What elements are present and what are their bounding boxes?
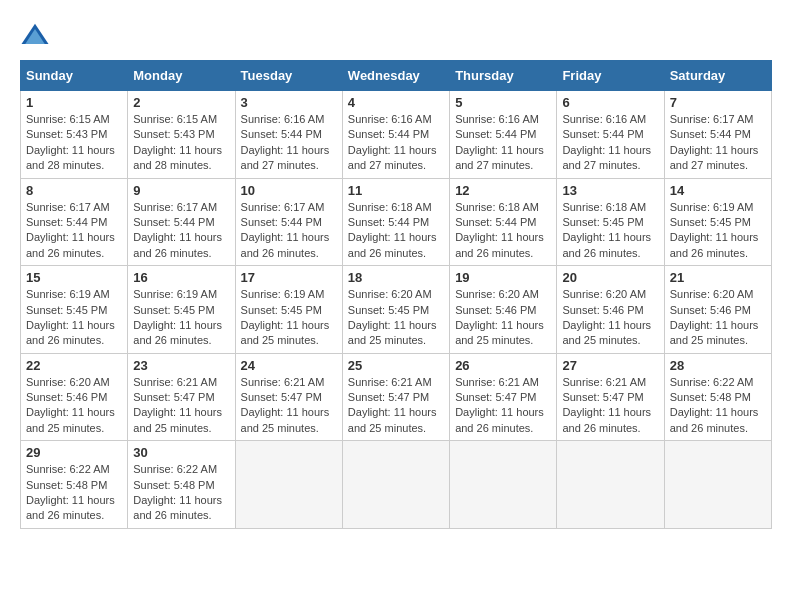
- daylight-label: Daylight: 11 hours and 26 minutes.: [133, 494, 222, 521]
- day-number: 8: [26, 183, 122, 198]
- calendar-cell: 27 Sunrise: 6:21 AM Sunset: 5:47 PM Dayl…: [557, 353, 664, 441]
- day-info: Sunrise: 6:16 AM Sunset: 5:44 PM Dayligh…: [455, 112, 551, 174]
- sunset-label: Sunset: 5:44 PM: [455, 128, 536, 140]
- calendar-cell: 1 Sunrise: 6:15 AM Sunset: 5:43 PM Dayli…: [21, 91, 128, 179]
- daylight-label: Daylight: 11 hours and 26 minutes.: [348, 231, 437, 258]
- daylight-label: Daylight: 11 hours and 26 minutes.: [455, 406, 544, 433]
- calendar-cell: 25 Sunrise: 6:21 AM Sunset: 5:47 PM Dayl…: [342, 353, 449, 441]
- day-number: 28: [670, 358, 766, 373]
- calendar-cell: 18 Sunrise: 6:20 AM Sunset: 5:45 PM Dayl…: [342, 266, 449, 354]
- daylight-label: Daylight: 11 hours and 27 minutes.: [241, 144, 330, 171]
- calendar-week-row: 22 Sunrise: 6:20 AM Sunset: 5:46 PM Dayl…: [21, 353, 772, 441]
- sunrise-label: Sunrise: 6:16 AM: [348, 113, 432, 125]
- calendar-cell: 26 Sunrise: 6:21 AM Sunset: 5:47 PM Dayl…: [450, 353, 557, 441]
- sunset-label: Sunset: 5:45 PM: [670, 216, 751, 228]
- sunrise-label: Sunrise: 6:20 AM: [455, 288, 539, 300]
- calendar-week-row: 29 Sunrise: 6:22 AM Sunset: 5:48 PM Dayl…: [21, 441, 772, 529]
- day-info: Sunrise: 6:19 AM Sunset: 5:45 PM Dayligh…: [133, 287, 229, 349]
- sunrise-label: Sunrise: 6:15 AM: [26, 113, 110, 125]
- day-number: 22: [26, 358, 122, 373]
- daylight-label: Daylight: 11 hours and 25 minutes.: [455, 319, 544, 346]
- day-number: 10: [241, 183, 337, 198]
- day-info: Sunrise: 6:20 AM Sunset: 5:46 PM Dayligh…: [26, 375, 122, 437]
- day-info: Sunrise: 6:20 AM Sunset: 5:45 PM Dayligh…: [348, 287, 444, 349]
- calendar-cell: 9 Sunrise: 6:17 AM Sunset: 5:44 PM Dayli…: [128, 178, 235, 266]
- day-number: 7: [670, 95, 766, 110]
- sunrise-label: Sunrise: 6:20 AM: [26, 376, 110, 388]
- day-info: Sunrise: 6:21 AM Sunset: 5:47 PM Dayligh…: [133, 375, 229, 437]
- logo-icon: [20, 20, 50, 50]
- sunset-label: Sunset: 5:43 PM: [133, 128, 214, 140]
- daylight-label: Daylight: 11 hours and 26 minutes.: [26, 319, 115, 346]
- day-number: 14: [670, 183, 766, 198]
- sunrise-label: Sunrise: 6:21 AM: [455, 376, 539, 388]
- day-number: 13: [562, 183, 658, 198]
- daylight-label: Daylight: 11 hours and 26 minutes.: [670, 406, 759, 433]
- day-number: 23: [133, 358, 229, 373]
- daylight-label: Daylight: 11 hours and 27 minutes.: [348, 144, 437, 171]
- calendar-cell: 2 Sunrise: 6:15 AM Sunset: 5:43 PM Dayli…: [128, 91, 235, 179]
- daylight-label: Daylight: 11 hours and 25 minutes.: [26, 406, 115, 433]
- sunrise-label: Sunrise: 6:16 AM: [455, 113, 539, 125]
- daylight-label: Daylight: 11 hours and 25 minutes.: [348, 319, 437, 346]
- sunrise-label: Sunrise: 6:22 AM: [670, 376, 754, 388]
- daylight-label: Daylight: 11 hours and 26 minutes.: [562, 231, 651, 258]
- sunrise-label: Sunrise: 6:18 AM: [455, 201, 539, 213]
- sunset-label: Sunset: 5:44 PM: [133, 216, 214, 228]
- sunset-label: Sunset: 5:46 PM: [670, 304, 751, 316]
- daylight-label: Daylight: 11 hours and 25 minutes.: [562, 319, 651, 346]
- day-info: Sunrise: 6:22 AM Sunset: 5:48 PM Dayligh…: [133, 462, 229, 524]
- sunset-label: Sunset: 5:45 PM: [133, 304, 214, 316]
- sunrise-label: Sunrise: 6:16 AM: [241, 113, 325, 125]
- day-number: 9: [133, 183, 229, 198]
- day-number: 3: [241, 95, 337, 110]
- daylight-label: Daylight: 11 hours and 27 minutes.: [670, 144, 759, 171]
- calendar-cell: 13 Sunrise: 6:18 AM Sunset: 5:45 PM Dayl…: [557, 178, 664, 266]
- calendar-cell: 14 Sunrise: 6:19 AM Sunset: 5:45 PM Dayl…: [664, 178, 771, 266]
- calendar-cell: 15 Sunrise: 6:19 AM Sunset: 5:45 PM Dayl…: [21, 266, 128, 354]
- day-info: Sunrise: 6:17 AM Sunset: 5:44 PM Dayligh…: [133, 200, 229, 262]
- day-info: Sunrise: 6:22 AM Sunset: 5:48 PM Dayligh…: [26, 462, 122, 524]
- day-number: 25: [348, 358, 444, 373]
- sunrise-label: Sunrise: 6:20 AM: [670, 288, 754, 300]
- daylight-label: Daylight: 11 hours and 25 minutes.: [241, 406, 330, 433]
- sunrise-label: Sunrise: 6:18 AM: [348, 201, 432, 213]
- sunset-label: Sunset: 5:47 PM: [133, 391, 214, 403]
- daylight-label: Daylight: 11 hours and 26 minutes.: [670, 231, 759, 258]
- sunrise-label: Sunrise: 6:17 AM: [26, 201, 110, 213]
- daylight-label: Daylight: 11 hours and 28 minutes.: [26, 144, 115, 171]
- day-info: Sunrise: 6:17 AM Sunset: 5:44 PM Dayligh…: [241, 200, 337, 262]
- sunrise-label: Sunrise: 6:15 AM: [133, 113, 217, 125]
- day-info: Sunrise: 6:18 AM Sunset: 5:45 PM Dayligh…: [562, 200, 658, 262]
- daylight-label: Daylight: 11 hours and 25 minutes.: [348, 406, 437, 433]
- day-number: 1: [26, 95, 122, 110]
- calendar-header-tuesday: Tuesday: [235, 61, 342, 91]
- calendar-cell: 30 Sunrise: 6:22 AM Sunset: 5:48 PM Dayl…: [128, 441, 235, 529]
- sunrise-label: Sunrise: 6:20 AM: [348, 288, 432, 300]
- calendar-cell: 28 Sunrise: 6:22 AM Sunset: 5:48 PM Dayl…: [664, 353, 771, 441]
- day-number: 19: [455, 270, 551, 285]
- day-number: 5: [455, 95, 551, 110]
- day-number: 24: [241, 358, 337, 373]
- day-number: 6: [562, 95, 658, 110]
- sunset-label: Sunset: 5:45 PM: [562, 216, 643, 228]
- calendar-cell: 7 Sunrise: 6:17 AM Sunset: 5:44 PM Dayli…: [664, 91, 771, 179]
- sunrise-label: Sunrise: 6:21 AM: [133, 376, 217, 388]
- sunset-label: Sunset: 5:47 PM: [348, 391, 429, 403]
- sunset-label: Sunset: 5:44 PM: [241, 216, 322, 228]
- day-info: Sunrise: 6:18 AM Sunset: 5:44 PM Dayligh…: [455, 200, 551, 262]
- daylight-label: Daylight: 11 hours and 25 minutes.: [241, 319, 330, 346]
- calendar-cell: [450, 441, 557, 529]
- day-number: 20: [562, 270, 658, 285]
- sunset-label: Sunset: 5:47 PM: [241, 391, 322, 403]
- sunset-label: Sunset: 5:45 PM: [26, 304, 107, 316]
- sunrise-label: Sunrise: 6:19 AM: [26, 288, 110, 300]
- sunset-label: Sunset: 5:45 PM: [348, 304, 429, 316]
- calendar-cell: 16 Sunrise: 6:19 AM Sunset: 5:45 PM Dayl…: [128, 266, 235, 354]
- calendar-cell: 29 Sunrise: 6:22 AM Sunset: 5:48 PM Dayl…: [21, 441, 128, 529]
- logo: [20, 20, 54, 50]
- daylight-label: Daylight: 11 hours and 28 minutes.: [133, 144, 222, 171]
- sunrise-label: Sunrise: 6:17 AM: [670, 113, 754, 125]
- calendar-header-monday: Monday: [128, 61, 235, 91]
- sunrise-label: Sunrise: 6:20 AM: [562, 288, 646, 300]
